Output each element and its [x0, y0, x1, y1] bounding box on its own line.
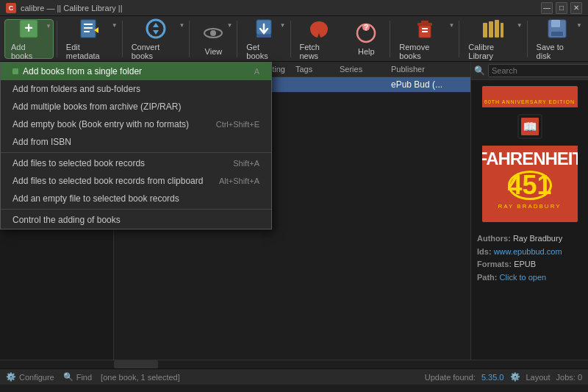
get-books-label: Get books [246, 43, 281, 60]
authors-row: Authors: Ray Bradbury [477, 232, 582, 246]
book-icon: 📖 [515, 112, 545, 141]
update-prefix: Update found: [425, 373, 476, 382]
menu-item-control-adding-label: Control the adding of books [12, 215, 121, 225]
find-button[interactable]: 🔍 Find [63, 372, 92, 382]
menu-shortcut-files-selected: Shift+A [233, 159, 259, 168]
path-row: Path: Click to open [477, 271, 582, 285]
add-books-button[interactable]: ▼ + Add books [4, 19, 54, 59]
authors-label: Authors: [477, 234, 511, 243]
configure-label: Configure [19, 373, 54, 382]
convert-books-button[interactable]: ▼ Convert books [126, 19, 187, 59]
path-label: Path: [477, 273, 498, 282]
help-label: Help [358, 47, 375, 56]
gear-icon: ⚙️ [510, 372, 520, 382]
window-title: calibre — || Calibre Library || [21, 4, 123, 13]
cover-author: RAY BRADBURY [498, 203, 561, 210]
menu-item-isbn[interactable]: Add from ISBN [1, 133, 271, 151]
view-arrow[interactable]: ▼ [226, 22, 232, 29]
toolbar-sep-4 [237, 21, 237, 57]
menu-shortcut-empty-book: Ctrl+Shift+E [216, 120, 259, 129]
toolbar: ▼ + Add books ▼ Edit metadata ▼ [0, 16, 588, 62]
formats-label: Formats: [477, 260, 512, 268]
svg-rect-21 [489, 21, 493, 38]
formats-value: EPUB [514, 260, 536, 268]
menu-item-control-adding[interactable]: Control the adding of books [1, 211, 271, 229]
book-meta: Authors: Ray Bradbury Ids: www.epubbud.c… [471, 228, 588, 288]
svg-rect-25 [551, 20, 560, 27]
fetch-news-button[interactable]: Fetch news [293, 19, 344, 59]
app-icon: C [6, 3, 16, 13]
configure-button[interactable]: ⚙️ Configure [6, 372, 54, 382]
svg-rect-11 [257, 35, 271, 38]
add-books-dropdown: Add books from a single folder A Add fro… [0, 62, 272, 229]
remove-books-arrow[interactable]: ▼ [448, 22, 454, 29]
title-bar-controls[interactable]: — □ ✕ [541, 2, 582, 14]
layout-button[interactable]: Layout [526, 373, 551, 382]
horizontal-scrollbar[interactable] [114, 360, 158, 368]
jobs-label: Jobs: 0 [556, 373, 582, 382]
menu-item-files-selected-label: Add files to selected book records [12, 158, 145, 168]
remove-books-button[interactable]: ▼ Remove books [393, 19, 456, 59]
minimize-button[interactable]: — [541, 2, 553, 14]
ids-value[interactable]: www.epubbud.com [494, 247, 562, 256]
toolbar-sep-6 [390, 21, 390, 57]
maximize-button[interactable]: □ [556, 2, 567, 14]
save-to-disk-icon [545, 17, 569, 40]
get-books-arrow[interactable]: ▼ [280, 22, 286, 29]
get-books-icon [252, 17, 276, 40]
save-to-disk-label: Save to disk [537, 43, 578, 60]
menu-item-single-folder[interactable]: Add books from a single folder A [1, 63, 271, 80]
book-publisher-cell: ePub Bud (... [391, 79, 465, 90]
edit-metadata-icon [78, 17, 101, 40]
scrollbar-area[interactable] [0, 360, 588, 368]
calibre-library-icon [481, 17, 505, 40]
edit-metadata-arrow[interactable]: ▼ [112, 22, 118, 29]
menu-dot-icon [12, 68, 18, 74]
menu-item-archive[interactable]: Add multiple books from archive (ZIP/RAR… [1, 98, 271, 115]
save-to-disk-button[interactable]: ▼ Save to disk [531, 19, 584, 59]
menu-item-files-clipboard[interactable]: Add files to selected book records from … [1, 172, 271, 190]
convert-books-arrow[interactable]: ▼ [179, 22, 185, 29]
toolbar-sep-7 [459, 21, 459, 57]
toolbar-sep-3 [189, 21, 190, 57]
book-cover-area: 60TH ANNIVERSARY EDITION 📖 FAHRENHEIT 45… [471, 80, 588, 228]
convert-books-label: Convert books [132, 43, 181, 60]
calibre-library-button[interactable]: ▼ Calibre Library [462, 19, 523, 59]
update-version[interactable]: 5.35.0 [481, 373, 504, 382]
edit-metadata-button[interactable]: ▼ Edit metadata [60, 19, 119, 59]
menu-item-archive-label: Add multiple books from archive (ZIP/RAR… [12, 101, 181, 112]
remove-books-icon [413, 17, 437, 40]
help-button[interactable]: ? Help [345, 19, 387, 59]
menu-item-sub-folders-label: Add from folders and sub-folders [12, 84, 140, 94]
path-value[interactable]: Click to open [500, 273, 547, 282]
save-to-disk-arrow[interactable]: ▼ [576, 22, 582, 29]
book-icon-area: 📖 [482, 107, 578, 146]
view-icon [201, 21, 225, 45]
add-books-label: Add books [11, 43, 47, 60]
menu-item-sub-folders[interactable]: Add from folders and sub-folders [1, 80, 271, 98]
menu-divider-2 [1, 209, 271, 210]
book-cover: 60TH ANNIVERSARY EDITION 📖 FAHRENHEIT 45… [482, 86, 578, 222]
col-header-series: Series [340, 65, 391, 74]
get-books-button[interactable]: ▼ Get books [240, 19, 287, 59]
toolbar-sep-2 [122, 21, 123, 57]
status-info: [one book, 1 selected] [101, 373, 180, 382]
calibre-library-arrow[interactable]: ▼ [517, 22, 523, 29]
toolbar-sep-8 [527, 21, 528, 57]
menu-item-empty-file[interactable]: Add an empty file to selected book recor… [1, 190, 271, 207]
right-panel: 🔍 🔖 Saved search 60TH ANNIVERSARY EDITIO… [470, 62, 588, 360]
status-bar: ⚙️ Configure 🔍 Find [one book, 1 selecte… [0, 368, 588, 385]
svg-rect-20 [483, 23, 487, 38]
menu-item-empty-book[interactable]: Add empty book (Book entry with no forma… [1, 115, 271, 133]
svg-point-7 [147, 20, 165, 38]
close-button[interactable]: ✕ [570, 2, 582, 14]
menu-item-files-selected[interactable]: Add files to selected book records Shift… [1, 154, 271, 172]
svg-rect-23 [501, 23, 503, 38]
view-button[interactable]: ▼ View [193, 19, 234, 59]
search-input[interactable] [488, 64, 588, 77]
cover-number: 451 [508, 171, 552, 200]
title-bar: C calibre — || Calibre Library || — □ ✕ [0, 0, 588, 16]
add-books-arrow[interactable]: ▼ [46, 23, 51, 29]
menu-shortcut-files-clipboard: Alt+Shift+A [219, 177, 259, 185]
edit-metadata-label: Edit metadata [66, 43, 113, 60]
